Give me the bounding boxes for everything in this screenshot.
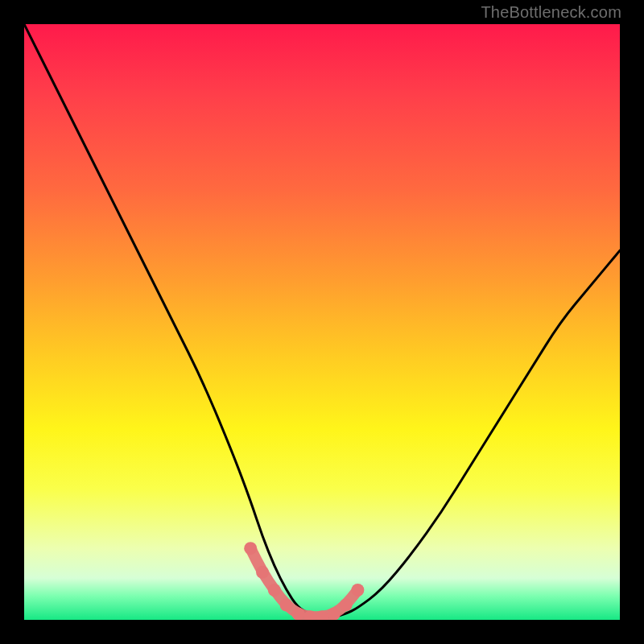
chart-stage: TheBottleneck.com <box>0 0 644 644</box>
pink-dots <box>244 542 364 620</box>
black-curve <box>24 24 620 617</box>
watermark-text: TheBottleneck.com <box>481 3 621 22</box>
svg-point-8 <box>340 599 353 612</box>
svg-point-4 <box>291 608 304 620</box>
svg-point-0 <box>244 542 257 555</box>
svg-point-2 <box>268 584 281 597</box>
plot-area <box>24 24 620 620</box>
svg-point-1 <box>256 566 269 579</box>
svg-point-3 <box>280 599 293 612</box>
curve-layer <box>24 24 620 620</box>
svg-point-7 <box>328 608 341 620</box>
svg-point-9 <box>351 584 364 597</box>
